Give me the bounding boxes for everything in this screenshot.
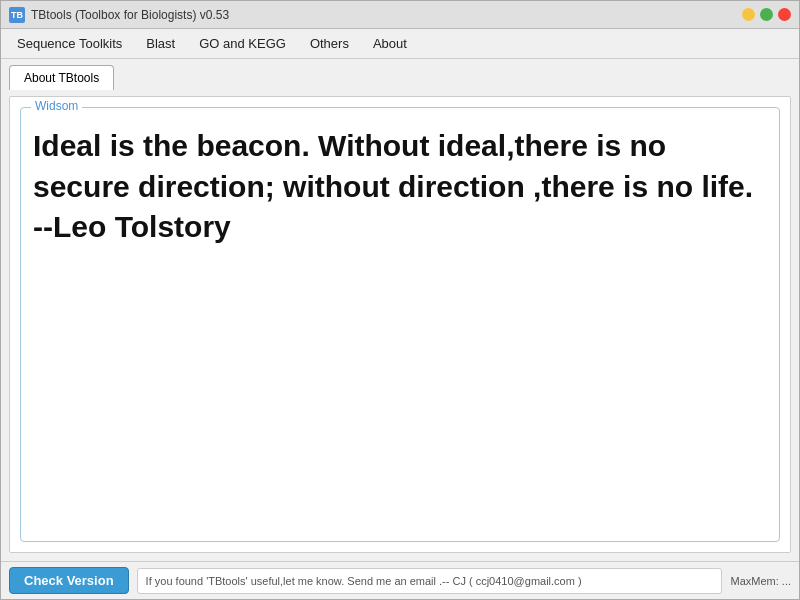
- tab-bar: About TBtools: [1, 59, 799, 90]
- minimize-button[interactable]: [742, 8, 755, 21]
- max-mem-label: MaxMem: ...: [730, 575, 791, 587]
- menu-sequence-toolkits[interactable]: Sequence Toolkits: [5, 32, 134, 55]
- menu-blast[interactable]: Blast: [134, 32, 187, 55]
- title-bar-left: TB TBtools (Toolbox for Biologists) v0.5…: [9, 7, 229, 23]
- quote-text: Ideal is the beacon. Without ideal,there…: [33, 126, 767, 248]
- menu-about[interactable]: About: [361, 32, 419, 55]
- main-window: TB TBtools (Toolbox for Biologists) v0.5…: [0, 0, 800, 600]
- check-version-button[interactable]: Check Version: [9, 567, 129, 594]
- tab-about-tbtools[interactable]: About TBtools: [9, 65, 114, 90]
- main-panel: Widsom Ideal is the beacon. Without idea…: [9, 96, 791, 553]
- email-notice: If you found 'TBtools' useful,let me kno…: [137, 568, 723, 594]
- menu-bar: Sequence Toolkits Blast GO and KEGG Othe…: [1, 29, 799, 59]
- window-title: TBtools (Toolbox for Biologists) v0.53: [31, 8, 229, 22]
- menu-others[interactable]: Others: [298, 32, 361, 55]
- wisdom-fieldset: Widsom Ideal is the beacon. Without idea…: [20, 107, 780, 542]
- menu-go-and-kegg[interactable]: GO and KEGG: [187, 32, 298, 55]
- title-bar: TB TBtools (Toolbox for Biologists) v0.5…: [1, 1, 799, 29]
- app-icon: TB: [9, 7, 25, 23]
- content-area: Widsom Ideal is the beacon. Without idea…: [1, 90, 799, 561]
- bottom-bar: Check Version If you found 'TBtools' use…: [1, 561, 799, 599]
- close-button[interactable]: [778, 8, 791, 21]
- maximize-button[interactable]: [760, 8, 773, 21]
- window-controls: [742, 8, 791, 21]
- fieldset-legend: Widsom: [31, 99, 82, 113]
